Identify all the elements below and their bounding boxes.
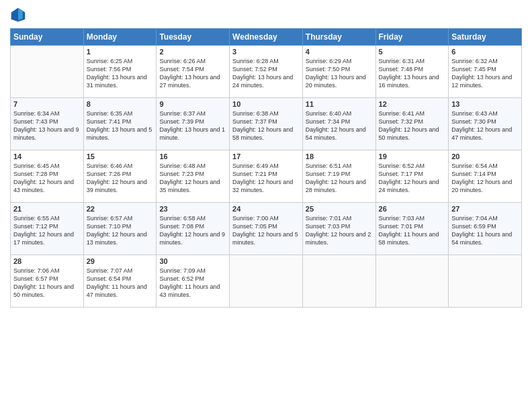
calendar-cell: 6Sunrise: 6:32 AMSunset: 7:45 PMDaylight… bbox=[449, 46, 522, 98]
day-number: 19 bbox=[379, 152, 446, 161]
cell-details: Sunrise: 6:48 AMSunset: 7:23 PMDaylight:… bbox=[159, 162, 226, 195]
calendar-week-4: 28Sunrise: 7:06 AMSunset: 6:57 PMDayligh… bbox=[11, 255, 522, 308]
cell-details: Sunrise: 7:03 AMSunset: 7:01 PMDaylight:… bbox=[379, 214, 446, 247]
cell-details: Sunrise: 6:37 AMSunset: 7:39 PMDaylight:… bbox=[159, 109, 226, 142]
cell-details: Sunrise: 6:25 AMSunset: 7:56 PMDaylight:… bbox=[87, 57, 154, 90]
cell-details: Sunrise: 6:46 AMSunset: 7:26 PMDaylight:… bbox=[87, 162, 154, 195]
calendar-cell: 2Sunrise: 6:26 AMSunset: 7:54 PMDaylight… bbox=[157, 46, 230, 98]
cell-details: Sunrise: 6:28 AMSunset: 7:52 PMDaylight:… bbox=[232, 57, 300, 90]
calendar-cell: 14Sunrise: 6:45 AMSunset: 7:28 PMDayligh… bbox=[11, 150, 84, 203]
calendar-cell: 28Sunrise: 7:06 AMSunset: 6:57 PMDayligh… bbox=[11, 255, 84, 308]
day-number: 15 bbox=[87, 152, 154, 161]
calendar-cell: 19Sunrise: 6:52 AMSunset: 7:17 PMDayligh… bbox=[375, 150, 449, 203]
calendar-cell bbox=[230, 255, 303, 308]
calendar-cell: 12Sunrise: 6:41 AMSunset: 7:32 PMDayligh… bbox=[375, 98, 449, 150]
day-number: 8 bbox=[87, 100, 154, 108]
calendar-cell: 17Sunrise: 6:49 AMSunset: 7:21 PMDayligh… bbox=[230, 150, 303, 203]
calendar-cell: 15Sunrise: 6:46 AMSunset: 7:26 PMDayligh… bbox=[83, 150, 157, 203]
day-number: 14 bbox=[13, 152, 81, 161]
calendar-cell: 26Sunrise: 7:03 AMSunset: 7:01 PMDayligh… bbox=[375, 203, 449, 255]
calendar-cell: 24Sunrise: 7:00 AMSunset: 7:05 PMDayligh… bbox=[230, 203, 303, 255]
cell-details: Sunrise: 6:51 AMSunset: 7:19 PMDaylight:… bbox=[306, 162, 373, 195]
weekday-header-saturday: Saturday bbox=[449, 29, 522, 46]
weekday-header-sunday: Sunday bbox=[11, 29, 84, 46]
day-number: 1 bbox=[87, 48, 154, 56]
day-number: 16 bbox=[159, 152, 226, 161]
day-number: 2 bbox=[159, 48, 226, 56]
cell-details: Sunrise: 7:06 AMSunset: 6:57 PMDaylight:… bbox=[13, 267, 81, 300]
day-number: 9 bbox=[159, 100, 226, 108]
calendar-cell: 7Sunrise: 6:34 AMSunset: 7:43 PMDaylight… bbox=[11, 98, 84, 150]
cell-details: Sunrise: 6:58 AMSunset: 7:08 PMDaylight:… bbox=[159, 214, 226, 247]
calendar-cell: 30Sunrise: 7:09 AMSunset: 6:52 PMDayligh… bbox=[157, 255, 230, 308]
day-number: 26 bbox=[379, 205, 446, 213]
calendar-cell bbox=[302, 255, 375, 308]
day-number: 27 bbox=[451, 205, 519, 213]
calendar-cell: 11Sunrise: 6:40 AMSunset: 7:34 PMDayligh… bbox=[302, 98, 375, 150]
calendar-cell: 29Sunrise: 7:07 AMSunset: 6:54 PMDayligh… bbox=[83, 255, 157, 308]
day-number: 18 bbox=[306, 152, 373, 161]
page: SundayMondayTuesdayWednesdayThursdayFrid… bbox=[0, 0, 532, 411]
calendar-cell: 10Sunrise: 6:38 AMSunset: 7:37 PMDayligh… bbox=[230, 98, 303, 150]
cell-details: Sunrise: 6:38 AMSunset: 7:37 PMDaylight:… bbox=[232, 109, 300, 142]
cell-details: Sunrise: 6:40 AMSunset: 7:34 PMDaylight:… bbox=[306, 109, 373, 142]
calendar-cell bbox=[449, 255, 522, 308]
calendar-week-1: 7Sunrise: 6:34 AMSunset: 7:43 PMDaylight… bbox=[11, 98, 522, 150]
calendar-cell: 22Sunrise: 6:57 AMSunset: 7:10 PMDayligh… bbox=[83, 203, 157, 255]
calendar-cell: 23Sunrise: 6:58 AMSunset: 7:08 PMDayligh… bbox=[157, 203, 230, 255]
cell-details: Sunrise: 6:43 AMSunset: 7:30 PMDaylight:… bbox=[451, 109, 519, 142]
day-number: 29 bbox=[87, 257, 154, 265]
calendar-cell: 4Sunrise: 6:29 AMSunset: 7:50 PMDaylight… bbox=[302, 46, 375, 98]
calendar-cell bbox=[375, 255, 449, 308]
weekday-header-row: SundayMondayTuesdayWednesdayThursdayFrid… bbox=[11, 29, 522, 46]
cell-details: Sunrise: 6:35 AMSunset: 7:41 PMDaylight:… bbox=[87, 109, 154, 142]
cell-details: Sunrise: 6:26 AMSunset: 7:54 PMDaylight:… bbox=[159, 57, 226, 90]
calendar-week-2: 14Sunrise: 6:45 AMSunset: 7:28 PMDayligh… bbox=[11, 150, 522, 203]
day-number: 17 bbox=[232, 152, 300, 161]
day-number: 5 bbox=[379, 48, 446, 56]
cell-details: Sunrise: 6:34 AMSunset: 7:43 PMDaylight:… bbox=[13, 109, 81, 142]
calendar-cell: 3Sunrise: 6:28 AMSunset: 7:52 PMDaylight… bbox=[230, 46, 303, 98]
cell-details: Sunrise: 7:04 AMSunset: 6:59 PMDaylight:… bbox=[451, 214, 519, 247]
logo-icon bbox=[10, 7, 26, 23]
weekday-header-tuesday: Tuesday bbox=[157, 29, 230, 46]
header bbox=[10, 7, 522, 23]
calendar-cell: 5Sunrise: 6:31 AMSunset: 7:48 PMDaylight… bbox=[375, 46, 449, 98]
day-number: 11 bbox=[306, 100, 373, 108]
calendar-cell: 21Sunrise: 6:55 AMSunset: 7:12 PMDayligh… bbox=[11, 203, 84, 255]
cell-details: Sunrise: 7:09 AMSunset: 6:52 PMDaylight:… bbox=[159, 267, 226, 300]
day-number: 20 bbox=[451, 152, 519, 161]
calendar-cell: 8Sunrise: 6:35 AMSunset: 7:41 PMDaylight… bbox=[83, 98, 157, 150]
logo bbox=[10, 7, 29, 23]
day-number: 28 bbox=[13, 257, 81, 265]
day-number: 23 bbox=[159, 205, 226, 213]
cell-details: Sunrise: 6:41 AMSunset: 7:32 PMDaylight:… bbox=[379, 109, 446, 142]
day-number: 6 bbox=[451, 48, 519, 56]
calendar-cell: 16Sunrise: 6:48 AMSunset: 7:23 PMDayligh… bbox=[157, 150, 230, 203]
calendar-cell: 20Sunrise: 6:54 AMSunset: 7:14 PMDayligh… bbox=[449, 150, 522, 203]
cell-details: Sunrise: 6:32 AMSunset: 7:45 PMDaylight:… bbox=[451, 57, 519, 90]
calendar-cell: 9Sunrise: 6:37 AMSunset: 7:39 PMDaylight… bbox=[157, 98, 230, 150]
day-number: 22 bbox=[87, 205, 154, 213]
calendar-cell: 18Sunrise: 6:51 AMSunset: 7:19 PMDayligh… bbox=[302, 150, 375, 203]
day-number: 25 bbox=[306, 205, 373, 213]
day-number: 21 bbox=[13, 205, 81, 213]
calendar-cell: 13Sunrise: 6:43 AMSunset: 7:30 PMDayligh… bbox=[449, 98, 522, 150]
cell-details: Sunrise: 6:29 AMSunset: 7:50 PMDaylight:… bbox=[306, 57, 373, 90]
day-number: 10 bbox=[232, 100, 300, 108]
weekday-header-wednesday: Wednesday bbox=[230, 29, 303, 46]
cell-details: Sunrise: 7:00 AMSunset: 7:05 PMDaylight:… bbox=[232, 214, 300, 247]
calendar-cell bbox=[11, 46, 84, 98]
cell-details: Sunrise: 6:31 AMSunset: 7:48 PMDaylight:… bbox=[379, 57, 446, 90]
cell-details: Sunrise: 6:52 AMSunset: 7:17 PMDaylight:… bbox=[379, 162, 446, 195]
cell-details: Sunrise: 7:01 AMSunset: 7:03 PMDaylight:… bbox=[306, 214, 373, 247]
day-number: 24 bbox=[232, 205, 300, 213]
calendar-cell: 27Sunrise: 7:04 AMSunset: 6:59 PMDayligh… bbox=[449, 203, 522, 255]
calendar-week-0: 1Sunrise: 6:25 AMSunset: 7:56 PMDaylight… bbox=[11, 46, 522, 98]
cell-details: Sunrise: 6:49 AMSunset: 7:21 PMDaylight:… bbox=[232, 162, 300, 195]
day-number: 30 bbox=[159, 257, 226, 265]
cell-details: Sunrise: 6:45 AMSunset: 7:28 PMDaylight:… bbox=[13, 162, 81, 195]
calendar-week-3: 21Sunrise: 6:55 AMSunset: 7:12 PMDayligh… bbox=[11, 203, 522, 255]
cell-details: Sunrise: 6:55 AMSunset: 7:12 PMDaylight:… bbox=[13, 214, 81, 247]
day-number: 7 bbox=[13, 100, 81, 108]
